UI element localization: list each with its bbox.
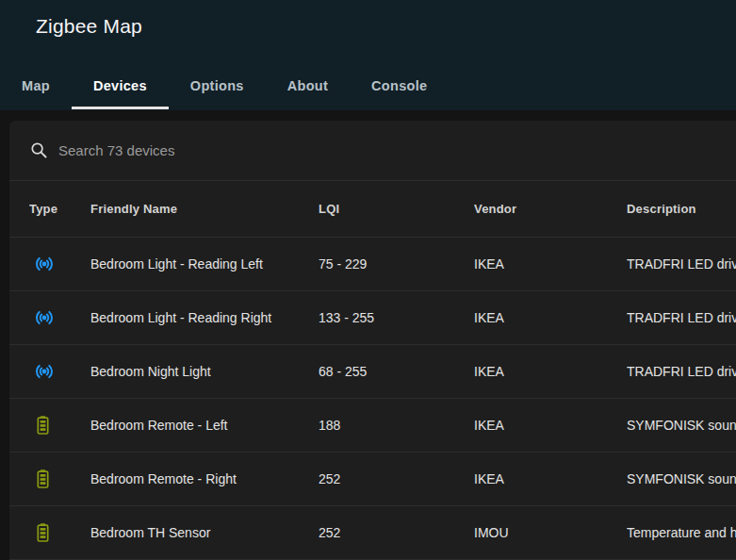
device-lqi: 68 - 255 <box>319 364 474 379</box>
device-vendor: IKEA <box>474 310 627 325</box>
device-vendor: IKEA <box>474 471 627 486</box>
device-description: TRADFRI LED driver <box>627 310 736 325</box>
router-icon <box>33 364 56 379</box>
device-type-cell <box>29 310 90 325</box>
device-friendly-name: Bedroom Light - Reading Left <box>90 256 319 272</box>
device-description: SYMFONISK sound remote <box>627 418 736 433</box>
device-friendly-name: Bedroom Light - Reading Right <box>90 310 319 325</box>
router-icon <box>33 310 56 325</box>
battery-icon <box>37 523 49 542</box>
device-friendly-name: Bedroom Remote - Left <box>90 418 319 433</box>
device-type-cell <box>29 469 90 488</box>
device-lqi: 252 <box>319 471 474 486</box>
device-type-cell <box>29 364 90 379</box>
table-row[interactable]: Bedroom Night Light 68 - 255 IKEA TRADFR… <box>9 345 736 399</box>
device-type-cell <box>29 256 90 272</box>
device-vendor: IKEA <box>474 256 627 272</box>
column-header-friendly-name: Friendly Name <box>90 202 319 216</box>
table-row[interactable]: Bedroom Remote - Left 188 IKEA SYMFONISK… <box>9 399 736 453</box>
router-icon <box>33 256 56 272</box>
tab-bar: Map Devices Options About Console <box>0 60 736 110</box>
battery-icon <box>37 469 49 488</box>
tab-console[interactable]: Console <box>350 60 449 110</box>
tab-map[interactable]: Map <box>0 60 72 110</box>
device-lqi: 75 - 229 <box>319 256 474 272</box>
device-lqi: 133 - 255 <box>319 310 474 325</box>
device-type-cell <box>29 416 90 435</box>
device-friendly-name: Bedroom Remote - Right <box>90 471 319 486</box>
device-friendly-name: Bedroom Night Light <box>90 364 319 379</box>
device-vendor: IKEA <box>474 418 627 433</box>
device-description: Temperature and humidity sensor <box>627 525 736 540</box>
column-header-vendor: Vendor <box>474 202 627 216</box>
tab-about[interactable]: About <box>266 60 350 110</box>
table-row[interactable]: Bedroom TH Sensor 252 IMOU Temperature a… <box>9 506 736 560</box>
app-header: Zigbee Map Map Devices Options About Con… <box>0 0 736 110</box>
page-title: Zigbee Map <box>0 0 736 38</box>
device-lqi: 252 <box>319 525 474 540</box>
tab-options[interactable]: Options <box>169 60 266 110</box>
search-icon <box>30 141 48 159</box>
active-tab-underline <box>72 107 169 109</box>
column-header-description: Description <box>627 202 736 216</box>
table-row[interactable]: Bedroom Remote - Right 252 IKEA SYMFONIS… <box>9 453 736 506</box>
column-header-type: Type <box>29 202 90 216</box>
device-description: TRADFRI LED driver <box>627 256 736 272</box>
devices-panel: Type Friendly Name LQI Vendor Descriptio… <box>9 121 736 560</box>
device-description: SYMFONISK sound remote <box>627 471 736 486</box>
table-row[interactable]: Bedroom Light - Reading Right 133 - 255 … <box>9 291 736 345</box>
tab-devices[interactable]: Devices <box>72 60 169 110</box>
battery-icon <box>37 416 49 435</box>
device-friendly-name: Bedroom TH Sensor <box>90 525 319 540</box>
device-vendor: IMOU <box>474 525 627 540</box>
column-header-lqi: LQI <box>319 202 474 216</box>
search-bar <box>9 121 736 181</box>
device-description: TRADFRI LED driver <box>627 364 736 379</box>
table-row[interactable]: Bedroom Light - Reading Left 75 - 229 IK… <box>9 238 736 291</box>
table-header: Type Friendly Name LQI Vendor Descriptio… <box>9 181 736 238</box>
device-type-cell <box>29 523 90 542</box>
search-input[interactable] <box>58 142 454 158</box>
device-lqi: 188 <box>319 418 474 433</box>
device-vendor: IKEA <box>474 364 627 379</box>
